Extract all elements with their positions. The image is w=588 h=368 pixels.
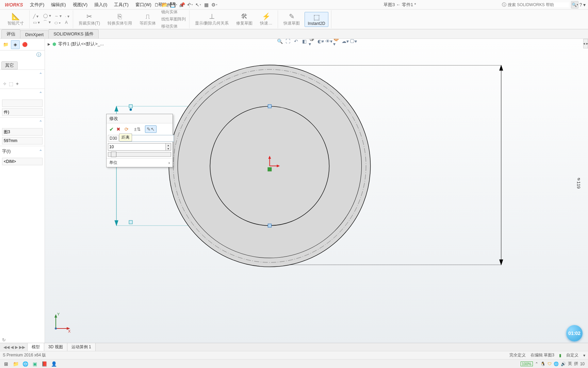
- task-pane-collapse[interactable]: ◄►: [583, 39, 588, 48]
- menu-tools[interactable]: 工具(T): [111, 0, 132, 9]
- diameter-label[interactable]: ⌀119: [576, 176, 581, 189]
- menu-view[interactable]: 视图(V): [69, 0, 91, 9]
- taskbar-files-icon[interactable]: 📁: [11, 360, 20, 368]
- footer-icon-1[interactable]: ↻: [2, 337, 11, 342]
- menu-edit[interactable]: 编辑(E): [48, 0, 69, 9]
- panel-tag-other[interactable]: 其它: [1, 61, 18, 70]
- taskbar-app2-icon[interactable]: ▣: [30, 360, 39, 368]
- save-icon[interactable]: 💾▾: [169, 1, 178, 9]
- select-icon[interactable]: ↖▾: [194, 1, 202, 9]
- appearance-icon[interactable]: 🔴: [20, 40, 29, 49]
- print-icon[interactable]: 🖨▾: [178, 1, 186, 9]
- line-tool[interactable]: ╱ ▾: [32, 14, 40, 19]
- bt-prev-icon[interactable]: ◀◀ ◀ ▶ ▶▶: [1, 345, 27, 350]
- ime-lang[interactable]: 英: [568, 361, 572, 367]
- combo-2[interactable]: [2, 108, 43, 116]
- tray-globe-icon[interactable]: 🌐: [554, 362, 559, 366]
- instant2d-button[interactable]: ⬚Instant2D: [305, 12, 328, 27]
- units-toggle[interactable]: 单位›: [107, 158, 173, 167]
- rebuild-icon[interactable]: ▦: [202, 1, 210, 9]
- convert-button[interactable]: ⎘转换实体引用: [105, 12, 135, 27]
- svg-marker-25: [54, 314, 57, 318]
- property-icon[interactable]: ◈: [11, 40, 20, 49]
- page-num: 10: [580, 362, 585, 366]
- svg-marker-7: [115, 220, 118, 226]
- ellipse-tool[interactable]: ⬭ ▾: [54, 20, 62, 26]
- taskbar-app-icon[interactable]: ⊞: [1, 360, 11, 368]
- tab-addins[interactable]: SOLIDWORKS 插件: [48, 29, 99, 39]
- tray-qq-icon[interactable]: 🐧: [540, 362, 545, 366]
- sketch-drawing: [45, 39, 588, 351]
- combo-1[interactable]: [2, 99, 43, 107]
- svg-text:Y: Y: [57, 312, 60, 316]
- rect-tool[interactable]: ▭ ▾: [32, 20, 40, 25]
- rapid-sketch-button[interactable]: ✎快速草图: [281, 12, 303, 27]
- tray-up-icon[interactable]: ⌃: [535, 362, 538, 366]
- offset-button[interactable]: ⎍等距实体: [137, 12, 159, 27]
- open-doc-icon[interactable]: 📂▾: [161, 1, 169, 9]
- tab-model[interactable]: 模型: [27, 343, 44, 351]
- tab-motion[interactable]: 运动算例 1: [67, 343, 96, 351]
- circle-tool[interactable]: ◯ ▾: [43, 13, 51, 18]
- quick-button[interactable]: ⚡快速…: [257, 12, 275, 27]
- reverse-icon[interactable]: ±⇅: [133, 126, 142, 133]
- spin-down[interactable]: ▼: [166, 147, 171, 150]
- mirror-button[interactable]: 镜向实体: [161, 9, 186, 15]
- taskbar-user-icon[interactable]: 👤: [49, 360, 59, 368]
- menu-insert[interactable]: 插入(I): [91, 0, 111, 9]
- panel-help-icon[interactable]: ⓘ: [0, 50, 45, 59]
- tooltip-distance: 距离: [119, 134, 132, 141]
- svg-point-12: [130, 109, 132, 111]
- spin-up[interactable]: ▲: [166, 143, 171, 147]
- zoom-indicator[interactable]: 100%: [521, 362, 533, 366]
- tray-shield-icon[interactable]: 🛡: [548, 362, 552, 366]
- help-search[interactable]: ⓘ: [500, 2, 571, 8]
- spline-tool[interactable]: ～ ▾: [54, 13, 62, 19]
- ime-mode[interactable]: 拼: [574, 361, 578, 367]
- modify-title: 修改: [107, 114, 173, 123]
- dim-value-field[interactable]: [2, 137, 43, 144]
- tab-3dview[interactable]: 3D 视图: [44, 343, 67, 351]
- tray-vol-icon[interactable]: 🔊: [561, 362, 566, 366]
- arc-tool[interactable]: ⌒ ▾: [43, 19, 51, 26]
- options-icon[interactable]: ⚙▾: [210, 1, 218, 9]
- dim-text-field[interactable]: [2, 158, 43, 165]
- point-tool[interactable]: · ▾: [64, 14, 70, 19]
- graphics-canvas[interactable]: ▶ ⬢ 零件1 (默认<<默认>_... 🔍 ⛶ ↶ ◧ 🎲▾ ◐▾ 👁▾ 🎨▾…: [45, 39, 588, 351]
- dim-thumbwheel[interactable]: [108, 152, 171, 157]
- panel-toolbar-icons: ✧ ⬚ ✦: [0, 79, 45, 89]
- undo-icon[interactable]: ↶▾: [186, 1, 194, 9]
- sketch-name-field[interactable]: [2, 128, 43, 136]
- ico-1[interactable]: ✧: [3, 81, 7, 87]
- search-input[interactable]: [508, 2, 569, 7]
- text-tool[interactable]: A: [64, 20, 70, 25]
- relations-button[interactable]: ⊥显示/删除几何关系: [192, 12, 231, 27]
- view-triad: Y X: [49, 311, 73, 335]
- move-button[interactable]: 移动实体: [161, 23, 186, 30]
- taskbar: ⊞ 📁 🌐 ▣ 📕 👤 100% ⌃ 🐧 🛡 🌐 🔊 英 拼 10: [0, 359, 588, 368]
- cancel-button[interactable]: ✖: [116, 126, 120, 132]
- help-dropdown-icon[interactable]: ? ▾: [578, 1, 587, 9]
- taskbar-pdf-icon[interactable]: 📕: [39, 360, 49, 368]
- dim-value-input[interactable]: [108, 143, 165, 150]
- ico-3[interactable]: ✦: [15, 81, 19, 87]
- ok-button[interactable]: ✔: [109, 126, 114, 133]
- trim-button[interactable]: ✂剪裁实体(T): [76, 12, 103, 27]
- feature-tree-icon[interactable]: 📁: [1, 40, 10, 49]
- status-define: 完全定义: [509, 352, 526, 358]
- ico-2[interactable]: ⬚: [9, 81, 13, 87]
- tab-dimxpert[interactable]: DimXpert: [20, 30, 49, 39]
- search-button[interactable]: 🔍▾: [571, 1, 578, 9]
- rebuild-dim-icon[interactable]: ⟳: [123, 126, 130, 133]
- tab-evaluate[interactable]: 评估: [1, 29, 20, 39]
- status-custom[interactable]: 自定义: [566, 352, 578, 358]
- menu-file[interactable]: 文件(F): [27, 0, 48, 9]
- taskbar-edge-icon[interactable]: 🌐: [20, 360, 30, 368]
- repair-button[interactable]: 🛠修复草图: [233, 12, 255, 27]
- mark-dim-icon[interactable]: ✎↖: [145, 125, 157, 133]
- collapse-caret-icon[interactable]: ⌃: [39, 72, 43, 77]
- smart-dimension-button[interactable]: 📐 智能尺寸: [5, 12, 27, 27]
- linear-pattern-button[interactable]: 线性草图阵列: [161, 16, 186, 22]
- svg-text:X: X: [68, 329, 71, 333]
- new-doc-icon[interactable]: 🗋▾: [153, 1, 161, 9]
